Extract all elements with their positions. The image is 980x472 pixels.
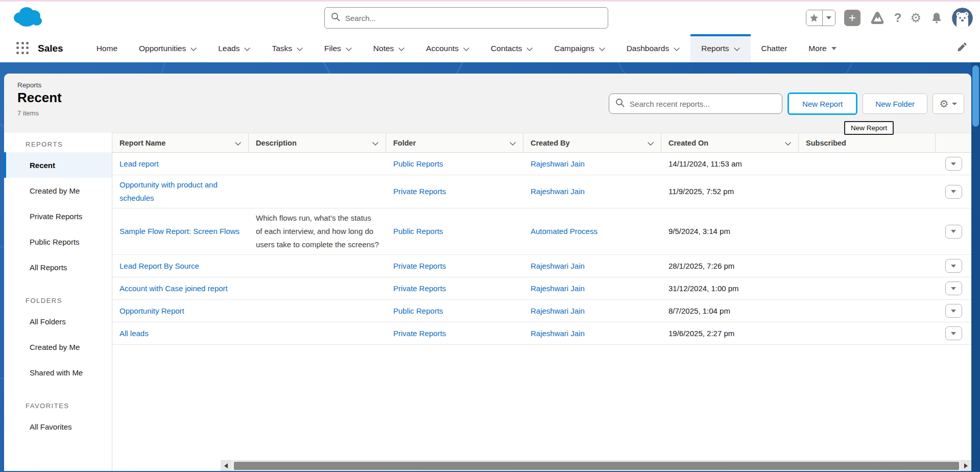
cell-description: [249, 322, 386, 344]
row-actions-button[interactable]: [945, 281, 962, 295]
column-header-created-by[interactable]: Created By: [523, 133, 661, 152]
created-by-link[interactable]: Rajeshwari Jain: [531, 259, 585, 273]
sidebar-item-public-reports[interactable]: Public Reports: [4, 229, 112, 254]
cell-created-on: 28/1/2025, 7:26 pm: [661, 255, 799, 277]
sidebar-item-all-folders[interactable]: All Folders: [4, 309, 112, 334]
sidebar-item-all-favorites[interactable]: All Favorites: [4, 414, 112, 439]
app-launcher-icon[interactable]: [16, 42, 30, 55]
row-actions-button[interactable]: [945, 326, 962, 340]
report-name-link[interactable]: Sample Flow Report: Screen Flows: [119, 225, 240, 238]
folder-link[interactable]: Public Reports: [393, 225, 443, 238]
global-actions-icon[interactable]: +: [844, 10, 861, 26]
row-actions-button[interactable]: [945, 225, 962, 239]
user-avatar[interactable]: [952, 8, 973, 29]
favorites-star-icon[interactable]: [806, 10, 823, 26]
chevron-down-icon: [674, 44, 680, 53]
chevron-down-icon: [398, 44, 404, 53]
created-by-link[interactable]: Automated Process: [531, 225, 597, 238]
report-name-link[interactable]: All leads: [119, 327, 149, 340]
horizontal-scroll-thumb[interactable]: [234, 462, 959, 470]
row-actions-button[interactable]: [945, 157, 962, 171]
sidebar-item-shared-with-me[interactable]: Shared with Me: [4, 360, 112, 385]
app-name[interactable]: Sales: [38, 43, 63, 54]
report-name-link[interactable]: Opportunity Report: [119, 304, 184, 318]
tab-contacts[interactable]: Contacts: [480, 34, 543, 62]
cell-created-on: 8/7/2025, 1:04 pm: [661, 300, 799, 322]
sidebar-item-private-reports[interactable]: Private Reports: [4, 203, 112, 229]
list-settings-button[interactable]: ⚙: [933, 93, 964, 114]
notifications-bell-icon[interactable]: [930, 11, 943, 25]
tab-campaigns[interactable]: Campaigns: [543, 34, 615, 62]
recent-reports-search[interactable]: [609, 93, 782, 114]
breadcrumb: Reports: [17, 81, 971, 89]
horizontal-scrollbar[interactable]: [221, 460, 971, 471]
cell-created-on: 19/6/2025, 2:27 pm: [661, 322, 799, 344]
edit-pencil-icon[interactable]: [957, 42, 967, 55]
tab-reports[interactable]: Reports: [690, 34, 750, 62]
folder-link[interactable]: Private Reports: [393, 185, 446, 198]
sidebar-item-created-by-me[interactable]: Created by Me: [4, 178, 112, 203]
help-icon[interactable]: ?: [894, 11, 902, 25]
table-row: Lead Report By SourcePrivate ReportsRaje…: [112, 255, 971, 277]
new-report-button[interactable]: New Report: [789, 94, 856, 113]
row-actions-button[interactable]: [945, 185, 962, 199]
setup-gear-icon[interactable]: ⚙: [910, 11, 921, 25]
tab-more[interactable]: More: [798, 34, 847, 62]
column-header-subscribed[interactable]: Subscribed: [799, 133, 936, 152]
chevron-down-icon: [463, 44, 469, 53]
row-actions-button[interactable]: [945, 259, 962, 273]
caret-down-icon: [951, 287, 956, 290]
vertical-scroll-thumb[interactable]: [972, 65, 979, 127]
reports-card: Reports Recent 7 items New Report New Fo…: [4, 74, 971, 471]
tab-chatter[interactable]: Chatter: [751, 34, 798, 62]
report-name-link[interactable]: Lead report: [119, 157, 159, 171]
cell-folder: Private Reports: [386, 322, 523, 344]
vertical-scrollbar[interactable]: [971, 62, 980, 472]
tab-notes[interactable]: Notes: [363, 34, 416, 62]
favorites-caret-icon[interactable]: [823, 10, 835, 26]
sidebar-item-recent[interactable]: Recent: [4, 152, 112, 178]
folder-link[interactable]: Private Reports: [393, 282, 446, 295]
global-search[interactable]: [324, 7, 608, 29]
tab-tasks[interactable]: Tasks: [261, 34, 314, 62]
tab-leads[interactable]: Leads: [207, 34, 261, 62]
report-name-link[interactable]: Account with Case joined report: [119, 282, 228, 295]
column-header-report-name[interactable]: Report Name: [112, 133, 249, 152]
created-by-link[interactable]: Rajeshwari Jain: [531, 157, 585, 171]
cell-report-name: Opportunity Report: [112, 300, 249, 322]
new-folder-button[interactable]: New Folder: [863, 93, 927, 114]
column-header-description[interactable]: Description: [249, 133, 386, 152]
cell-subscribed: [799, 300, 936, 322]
report-name-link[interactable]: Lead Report By Source: [119, 259, 199, 273]
scroll-right-arrow-icon[interactable]: [961, 461, 971, 471]
column-header-label: Created By: [531, 139, 570, 147]
created-by-link[interactable]: Rajeshwari Jain: [531, 282, 585, 295]
folder-link[interactable]: Public Reports: [393, 304, 443, 318]
column-header-created-on[interactable]: Created On: [661, 133, 799, 152]
tab-accounts[interactable]: Accounts: [415, 34, 480, 62]
recent-reports-search-input[interactable]: [630, 100, 776, 108]
tab-home[interactable]: Home: [86, 34, 128, 62]
new-report-focus-ring: New Report: [787, 92, 857, 115]
column-header-folder[interactable]: Folder: [386, 133, 523, 152]
sidebar-item-all-reports[interactable]: All Reports: [4, 254, 112, 280]
tab-opportunities[interactable]: Opportunities: [128, 34, 207, 62]
salesforce-logo-icon: [11, 5, 44, 31]
created-by-link[interactable]: Rajeshwari Jain: [531, 304, 585, 318]
scroll-left-arrow-icon[interactable]: [221, 461, 231, 471]
tab-dashboards[interactable]: Dashboards: [616, 34, 691, 62]
chevron-down-icon: [235, 139, 241, 147]
folder-link[interactable]: Private Reports: [393, 327, 446, 340]
trailhead-icon[interactable]: [869, 10, 886, 26]
tab-files[interactable]: Files: [314, 34, 363, 62]
global-search-input[interactable]: [345, 14, 602, 22]
created-by-link[interactable]: Rajeshwari Jain: [531, 327, 585, 340]
tab-label: Files: [324, 44, 341, 53]
sidebar-item-created-by-me[interactable]: Created by Me: [4, 334, 112, 360]
folder-link[interactable]: Public Reports: [393, 157, 443, 171]
row-actions-button[interactable]: [945, 304, 962, 318]
cell-created-by: Rajeshwari Jain: [523, 300, 661, 322]
created-by-link[interactable]: Rajeshwari Jain: [531, 185, 585, 198]
report-name-link[interactable]: Opportunity with product and schedules: [119, 178, 242, 205]
folder-link[interactable]: Private Reports: [393, 259, 446, 273]
